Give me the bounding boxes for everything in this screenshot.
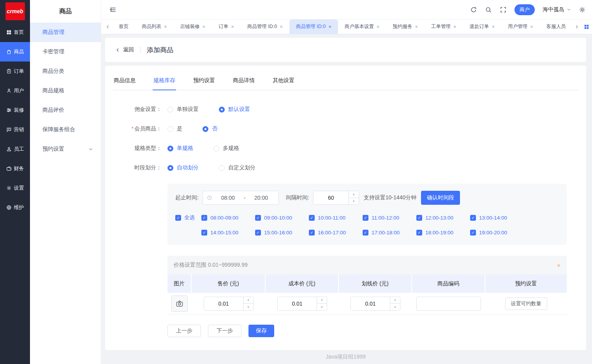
submenu-item-reservation[interactable]: 预约设置	[30, 139, 101, 159]
prev-step-button[interactable]: 上一步	[167, 325, 201, 337]
tabs-scroll-right[interactable]	[573, 19, 581, 34]
slot-checkbox[interactable]: ✓10:00-11:00	[309, 215, 363, 221]
product-code-input[interactable]	[416, 297, 481, 311]
save-button[interactable]: 保存	[248, 325, 274, 337]
tab-reserve-service[interactable]: 预约服务×	[386, 19, 425, 34]
slot-checkbox[interactable]: ✓14:00-15:00	[201, 230, 255, 236]
nav-item-staff[interactable]: 员工	[0, 139, 30, 159]
checkbox-label: 17:00-18:00	[372, 230, 400, 236]
tab-product-list[interactable]: 商品列表×	[135, 19, 174, 34]
price-input[interactable]	[204, 297, 243, 310]
tab-merchant-settings[interactable]: 商户基本设置×	[338, 19, 386, 34]
close-icon[interactable]: ×	[164, 24, 167, 30]
step-up-icon[interactable]: ∧	[243, 297, 253, 304]
slot-checkbox[interactable]: ✓12:00-13:00	[416, 215, 470, 221]
radio-multi-spec[interactable]: 多规格	[213, 145, 239, 152]
slot-checkbox[interactable]: ✓11:00-12:00	[363, 215, 416, 221]
bag-icon	[6, 49, 12, 55]
close-icon[interactable]: ×	[453, 24, 456, 30]
nav-item-marketing[interactable]: 营销	[0, 120, 30, 139]
radio-auto-split[interactable]: 自动划分	[167, 164, 199, 171]
submenu-item-spec[interactable]: 商品规格	[30, 81, 101, 100]
radio-single-spec[interactable]: 单规格	[167, 145, 193, 152]
radio-member-yes[interactable]: 是	[167, 125, 182, 132]
app-logo[interactable]: crmeb	[0, 0, 30, 23]
close-icon[interactable]: ×	[415, 24, 418, 30]
slot-checkbox[interactable]: ✓13:00-14:00	[470, 215, 524, 221]
slot-checkbox[interactable]: ✓19:00-20:00	[470, 230, 524, 236]
close-icon[interactable]: ×	[492, 24, 495, 30]
tab-product-manage-1[interactable]: 商品管理 ID:0×	[241, 19, 289, 34]
tab-user-manage[interactable]: 用户管理×	[501, 19, 540, 34]
back-button[interactable]: 返回	[115, 46, 134, 53]
close-icon[interactable]: ×	[557, 262, 560, 269]
nav-item-decorate[interactable]: 装修	[0, 100, 30, 120]
search-icon[interactable]	[485, 6, 492, 13]
submenu-item-review[interactable]: 商品评价	[30, 100, 101, 120]
nav-item-home[interactable]: 首页	[0, 23, 30, 42]
step-down-icon[interactable]: ∨	[390, 304, 400, 310]
slot-checkbox[interactable]: ✓09:00-10:00	[255, 215, 309, 221]
set-reserve-quantity-button[interactable]: 设置可约数量	[505, 297, 547, 310]
tab-order[interactable]: 订单×	[212, 19, 241, 34]
tab-spec-stock[interactable]: 规格库存	[153, 70, 176, 90]
tab-shop-decorate[interactable]: 店铺装修×	[174, 19, 212, 34]
submenu-item-product-manage[interactable]: 商品管理	[30, 23, 101, 42]
nav-item-maintenance[interactable]: 维护	[0, 198, 30, 217]
slot-checkbox[interactable]: ✓17:00-18:00	[363, 230, 416, 236]
tabs-scroll-left[interactable]	[104, 19, 112, 34]
nav-item-finance[interactable]: 财务	[0, 159, 30, 178]
tab-home[interactable]: 首页	[112, 19, 135, 34]
submenu-item-category[interactable]: 商品分类	[30, 62, 101, 81]
radio-commission-default[interactable]: 默认设置	[219, 106, 250, 113]
close-icon[interactable]: ×	[530, 24, 533, 30]
submenu-item-card-manage[interactable]: 卡密管理	[30, 42, 101, 62]
step-down-icon[interactable]: ∨	[317, 304, 327, 310]
nav-item-user[interactable]: 用户	[0, 81, 30, 100]
close-icon[interactable]: ×	[280, 24, 283, 30]
slot-checkbox[interactable]: ✓18:00-19:00	[416, 230, 470, 236]
tab-workorder[interactable]: 工单管理×	[425, 19, 463, 34]
confirm-time-button[interactable]: 确认时间段	[421, 191, 460, 205]
radio-custom-split[interactable]: 自定义划分	[219, 164, 255, 171]
close-icon[interactable]: ×	[203, 24, 206, 30]
step-up-icon[interactable]: ∧	[317, 297, 327, 304]
time-range-input[interactable]: 08:00 - 20:00	[203, 191, 279, 205]
step-down-icon[interactable]: ∨	[243, 304, 253, 310]
step-down-icon[interactable]: ∨	[349, 198, 359, 205]
strike-price-input[interactable]	[351, 297, 390, 310]
tab-product-detail[interactable]: 商品详情	[232, 70, 255, 90]
submenu-item-guarantee[interactable]: 保障服务组合	[30, 120, 101, 139]
close-icon[interactable]: ×	[377, 24, 380, 30]
nav-item-settings[interactable]: 设置	[0, 178, 30, 198]
radio-commission-individual[interactable]: 单独设置	[167, 106, 199, 113]
step-up-icon[interactable]: ∧	[390, 297, 400, 304]
tab-other-settings[interactable]: 其他设置	[272, 70, 295, 90]
tab-customer-service[interactable]: 客服人员	[540, 19, 566, 34]
cost-input[interactable]	[278, 297, 317, 310]
close-icon[interactable]: ×	[328, 24, 331, 30]
next-step-button[interactable]: 下一步	[208, 325, 241, 337]
refresh-icon[interactable]	[470, 6, 477, 13]
merchant-badge[interactable]: 商户	[514, 4, 535, 15]
tab-refund-order[interactable]: 退款订单×	[463, 19, 502, 34]
fullscreen-icon[interactable]	[500, 6, 507, 13]
slot-checkbox[interactable]: ✓16:00-17:00	[309, 230, 363, 236]
slot-checkbox[interactable]: ✓08:00-09:00	[201, 215, 255, 221]
nav-item-product[interactable]: 商品	[0, 42, 30, 62]
gear-icon[interactable]	[579, 6, 586, 13]
nav-item-order[interactable]: 订单	[0, 62, 30, 81]
user-menu[interactable]: 海中孤岛	[543, 6, 571, 13]
select-all-checkbox[interactable]: ✓全选	[175, 214, 201, 221]
tab-options-grid-icon[interactable]	[583, 24, 590, 30]
step-up-icon[interactable]: ∧	[349, 191, 359, 198]
radio-member-no[interactable]: 否	[203, 125, 217, 132]
slot-checkbox[interactable]: ✓15:00-16:00	[255, 230, 309, 236]
tab-product-manage-2[interactable]: 商品管理 ID:0×	[289, 19, 338, 34]
tab-reserve-settings[interactable]: 预约设置	[192, 70, 216, 90]
interval-input[interactable]	[314, 191, 349, 204]
collapse-menu-icon[interactable]	[109, 6, 116, 13]
close-icon[interactable]: ×	[231, 24, 234, 30]
upload-image-button[interactable]	[171, 295, 188, 312]
tab-product-info[interactable]: 商品信息	[113, 70, 136, 90]
